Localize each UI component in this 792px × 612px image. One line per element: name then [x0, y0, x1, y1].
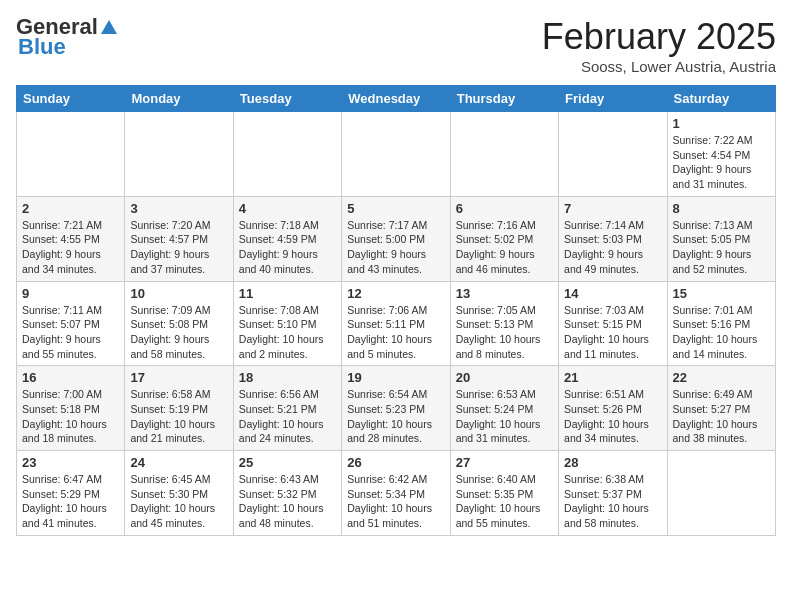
day-info: Sunrise: 7:06 AM Sunset: 5:11 PM Dayligh…	[347, 303, 444, 362]
calendar-cell	[342, 112, 450, 197]
day-info: Sunrise: 6:56 AM Sunset: 5:21 PM Dayligh…	[239, 387, 336, 446]
day-number: 17	[130, 370, 227, 385]
day-info: Sunrise: 7:00 AM Sunset: 5:18 PM Dayligh…	[22, 387, 119, 446]
calendar-cell: 7Sunrise: 7:14 AM Sunset: 5:03 PM Daylig…	[559, 196, 667, 281]
calendar-cell	[667, 451, 775, 536]
day-number: 26	[347, 455, 444, 470]
title-block: February 2025 Sooss, Lower Austria, Aust…	[542, 16, 776, 75]
calendar-cell: 28Sunrise: 6:38 AM Sunset: 5:37 PM Dayli…	[559, 451, 667, 536]
calendar-cell: 25Sunrise: 6:43 AM Sunset: 5:32 PM Dayli…	[233, 451, 341, 536]
calendar-week-row: 23Sunrise: 6:47 AM Sunset: 5:29 PM Dayli…	[17, 451, 776, 536]
day-info: Sunrise: 6:47 AM Sunset: 5:29 PM Dayligh…	[22, 472, 119, 531]
calendar-cell: 22Sunrise: 6:49 AM Sunset: 5:27 PM Dayli…	[667, 366, 775, 451]
calendar-header-row: SundayMondayTuesdayWednesdayThursdayFrid…	[17, 86, 776, 112]
logo-blue: Blue	[18, 36, 66, 58]
calendar-cell	[450, 112, 558, 197]
day-number: 20	[456, 370, 553, 385]
calendar-week-row: 1Sunrise: 7:22 AM Sunset: 4:54 PM Daylig…	[17, 112, 776, 197]
day-info: Sunrise: 7:17 AM Sunset: 5:00 PM Dayligh…	[347, 218, 444, 277]
location: Sooss, Lower Austria, Austria	[542, 58, 776, 75]
day-number: 21	[564, 370, 661, 385]
calendar-cell: 5Sunrise: 7:17 AM Sunset: 5:00 PM Daylig…	[342, 196, 450, 281]
calendar-cell: 15Sunrise: 7:01 AM Sunset: 5:16 PM Dayli…	[667, 281, 775, 366]
day-number: 24	[130, 455, 227, 470]
day-number: 12	[347, 286, 444, 301]
day-info: Sunrise: 6:51 AM Sunset: 5:26 PM Dayligh…	[564, 387, 661, 446]
calendar-cell	[17, 112, 125, 197]
day-info: Sunrise: 6:38 AM Sunset: 5:37 PM Dayligh…	[564, 472, 661, 531]
day-number: 15	[673, 286, 770, 301]
calendar-cell: 23Sunrise: 6:47 AM Sunset: 5:29 PM Dayli…	[17, 451, 125, 536]
day-of-week-header: Thursday	[450, 86, 558, 112]
day-number: 22	[673, 370, 770, 385]
day-number: 16	[22, 370, 119, 385]
day-number: 13	[456, 286, 553, 301]
calendar-week-row: 2Sunrise: 7:21 AM Sunset: 4:55 PM Daylig…	[17, 196, 776, 281]
day-number: 6	[456, 201, 553, 216]
day-number: 1	[673, 116, 770, 131]
calendar-cell: 13Sunrise: 7:05 AM Sunset: 5:13 PM Dayli…	[450, 281, 558, 366]
day-number: 18	[239, 370, 336, 385]
calendar-week-row: 9Sunrise: 7:11 AM Sunset: 5:07 PM Daylig…	[17, 281, 776, 366]
day-info: Sunrise: 6:49 AM Sunset: 5:27 PM Dayligh…	[673, 387, 770, 446]
day-of-week-header: Saturday	[667, 86, 775, 112]
day-info: Sunrise: 7:20 AM Sunset: 4:57 PM Dayligh…	[130, 218, 227, 277]
calendar-cell: 19Sunrise: 6:54 AM Sunset: 5:23 PM Dayli…	[342, 366, 450, 451]
calendar-cell: 21Sunrise: 6:51 AM Sunset: 5:26 PM Dayli…	[559, 366, 667, 451]
calendar-cell: 8Sunrise: 7:13 AM Sunset: 5:05 PM Daylig…	[667, 196, 775, 281]
calendar-cell: 14Sunrise: 7:03 AM Sunset: 5:15 PM Dayli…	[559, 281, 667, 366]
calendar-cell: 16Sunrise: 7:00 AM Sunset: 5:18 PM Dayli…	[17, 366, 125, 451]
day-info: Sunrise: 6:45 AM Sunset: 5:30 PM Dayligh…	[130, 472, 227, 531]
day-info: Sunrise: 7:14 AM Sunset: 5:03 PM Dayligh…	[564, 218, 661, 277]
day-info: Sunrise: 6:53 AM Sunset: 5:24 PM Dayligh…	[456, 387, 553, 446]
day-info: Sunrise: 7:21 AM Sunset: 4:55 PM Dayligh…	[22, 218, 119, 277]
day-info: Sunrise: 6:58 AM Sunset: 5:19 PM Dayligh…	[130, 387, 227, 446]
day-of-week-header: Monday	[125, 86, 233, 112]
calendar-cell: 2Sunrise: 7:21 AM Sunset: 4:55 PM Daylig…	[17, 196, 125, 281]
calendar-cell: 24Sunrise: 6:45 AM Sunset: 5:30 PM Dayli…	[125, 451, 233, 536]
calendar-cell: 6Sunrise: 7:16 AM Sunset: 5:02 PM Daylig…	[450, 196, 558, 281]
calendar-cell	[125, 112, 233, 197]
page-header: General Blue February 2025 Sooss, Lower …	[16, 16, 776, 75]
day-info: Sunrise: 6:43 AM Sunset: 5:32 PM Dayligh…	[239, 472, 336, 531]
calendar-cell: 26Sunrise: 6:42 AM Sunset: 5:34 PM Dayli…	[342, 451, 450, 536]
calendar-cell: 27Sunrise: 6:40 AM Sunset: 5:35 PM Dayli…	[450, 451, 558, 536]
day-number: 11	[239, 286, 336, 301]
day-info: Sunrise: 7:01 AM Sunset: 5:16 PM Dayligh…	[673, 303, 770, 362]
day-info: Sunrise: 7:22 AM Sunset: 4:54 PM Dayligh…	[673, 133, 770, 192]
day-of-week-header: Friday	[559, 86, 667, 112]
calendar-cell: 11Sunrise: 7:08 AM Sunset: 5:10 PM Dayli…	[233, 281, 341, 366]
day-number: 7	[564, 201, 661, 216]
day-of-week-header: Wednesday	[342, 86, 450, 112]
day-number: 28	[564, 455, 661, 470]
day-number: 27	[456, 455, 553, 470]
day-info: Sunrise: 6:54 AM Sunset: 5:23 PM Dayligh…	[347, 387, 444, 446]
calendar-cell: 20Sunrise: 6:53 AM Sunset: 5:24 PM Dayli…	[450, 366, 558, 451]
day-info: Sunrise: 7:08 AM Sunset: 5:10 PM Dayligh…	[239, 303, 336, 362]
day-info: Sunrise: 7:03 AM Sunset: 5:15 PM Dayligh…	[564, 303, 661, 362]
day-number: 10	[130, 286, 227, 301]
day-info: Sunrise: 7:11 AM Sunset: 5:07 PM Dayligh…	[22, 303, 119, 362]
day-of-week-header: Tuesday	[233, 86, 341, 112]
calendar-cell	[559, 112, 667, 197]
calendar-cell: 3Sunrise: 7:20 AM Sunset: 4:57 PM Daylig…	[125, 196, 233, 281]
day-info: Sunrise: 7:16 AM Sunset: 5:02 PM Dayligh…	[456, 218, 553, 277]
day-of-week-header: Sunday	[17, 86, 125, 112]
calendar-week-row: 16Sunrise: 7:00 AM Sunset: 5:18 PM Dayli…	[17, 366, 776, 451]
day-number: 3	[130, 201, 227, 216]
day-number: 14	[564, 286, 661, 301]
calendar-cell: 10Sunrise: 7:09 AM Sunset: 5:08 PM Dayli…	[125, 281, 233, 366]
day-number: 25	[239, 455, 336, 470]
calendar-cell: 4Sunrise: 7:18 AM Sunset: 4:59 PM Daylig…	[233, 196, 341, 281]
calendar-cell: 12Sunrise: 7:06 AM Sunset: 5:11 PM Dayli…	[342, 281, 450, 366]
day-info: Sunrise: 6:40 AM Sunset: 5:35 PM Dayligh…	[456, 472, 553, 531]
calendar-cell: 9Sunrise: 7:11 AM Sunset: 5:07 PM Daylig…	[17, 281, 125, 366]
calendar-table: SundayMondayTuesdayWednesdayThursdayFrid…	[16, 85, 776, 536]
day-number: 9	[22, 286, 119, 301]
calendar-cell: 1Sunrise: 7:22 AM Sunset: 4:54 PM Daylig…	[667, 112, 775, 197]
calendar-cell: 18Sunrise: 6:56 AM Sunset: 5:21 PM Dayli…	[233, 366, 341, 451]
month-year: February 2025	[542, 16, 776, 58]
day-number: 8	[673, 201, 770, 216]
day-info: Sunrise: 7:09 AM Sunset: 5:08 PM Dayligh…	[130, 303, 227, 362]
day-number: 2	[22, 201, 119, 216]
